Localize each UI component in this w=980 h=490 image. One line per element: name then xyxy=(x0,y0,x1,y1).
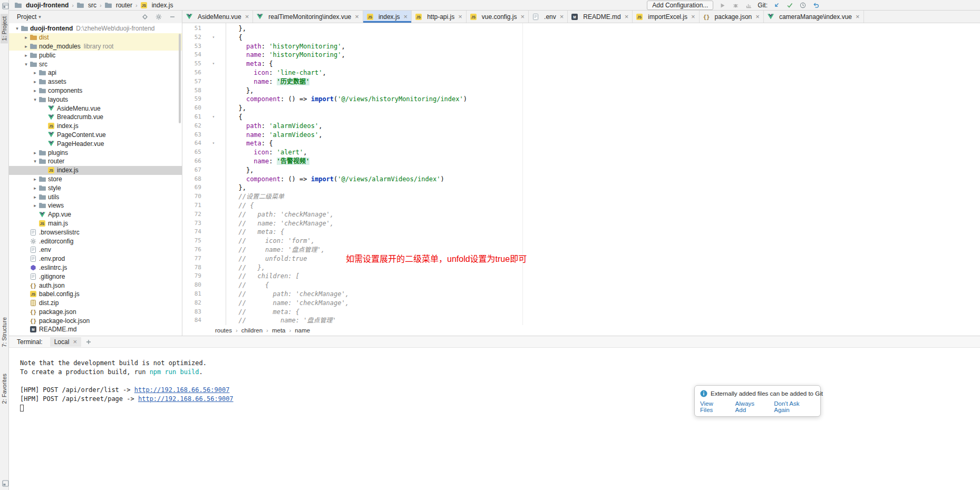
tree-item-duoji-frontend[interactable]: ▾duoji-frontendD:\zheheWeb\duoji-fronten… xyxy=(9,24,182,33)
editor-breadcrumb-children[interactable]: children xyxy=(241,327,263,334)
tree-item-PageHeader.vue[interactable]: PageHeader.vue xyxy=(9,139,182,148)
hide-panel-icon[interactable] xyxy=(168,13,177,21)
editor-tab-.env[interactable]: .env× xyxy=(529,11,568,23)
profiler-icon[interactable] xyxy=(744,1,753,9)
chevron-right-icon[interactable]: ▸ xyxy=(22,53,30,58)
tree-item-babel.config.js[interactable]: JSbabel.config.js xyxy=(9,290,182,299)
tab-close-icon[interactable]: × xyxy=(404,13,408,20)
locate-file-icon[interactable] xyxy=(141,13,149,21)
chevron-right-icon[interactable]: ▸ xyxy=(22,35,30,40)
editor-tab-importExcel.js[interactable]: JSimportExcel.js× xyxy=(633,11,699,23)
tree-item-store[interactable]: ▸store xyxy=(9,175,182,184)
view-files-link[interactable]: View Files xyxy=(700,400,727,413)
tab-close-icon[interactable]: × xyxy=(458,13,462,20)
always-add-link[interactable]: Always Add xyxy=(735,400,766,413)
chevron-right-icon[interactable]: ▸ xyxy=(31,150,39,155)
tree-item-dist[interactable]: ▸dist xyxy=(9,33,182,42)
panel-settings-icon[interactable] xyxy=(154,13,163,21)
editor-tab-vue.config.js[interactable]: JSvue.config.js× xyxy=(467,11,529,23)
tree-item-.env.prod[interactable]: .env.prod xyxy=(9,254,182,263)
add-configuration-button[interactable]: Add Configuration... xyxy=(647,1,713,10)
editor-breadcrumb-meta[interactable]: meta xyxy=(272,327,286,334)
tree-item-.eslintrc.js[interactable]: .eslintrc.js xyxy=(9,263,182,272)
tree-item-index.js[interactable]: JSindex.js xyxy=(9,122,182,131)
chevron-right-icon[interactable]: ▸ xyxy=(31,88,39,93)
git-rollback-icon[interactable] xyxy=(812,1,820,9)
tree-item-public[interactable]: ▸public xyxy=(9,51,182,60)
tree-item-package-lock.json[interactable]: {}package-lock.json xyxy=(9,316,182,325)
chevron-right-icon[interactable]: ▸ xyxy=(22,44,30,49)
tree-item-.env[interactable]: .env xyxy=(9,246,182,254)
fold-marker[interactable]: ▾ xyxy=(201,33,226,42)
chevron-right-icon[interactable]: ▸ xyxy=(31,79,39,84)
tree-item-style[interactable]: ▸style xyxy=(9,183,182,192)
project-tree-scrollbar[interactable] xyxy=(179,34,181,123)
tree-item-auth.json[interactable]: {}auth.json xyxy=(9,281,182,290)
editor-tab-index.js[interactable]: JSindex.js× xyxy=(363,11,412,23)
terminal[interactable]: Note that the development build is not o… xyxy=(9,348,980,490)
stripe-structure-button[interactable]: 7: Structure xyxy=(1,315,8,350)
tree-item-dist.zip[interactable]: dist.zip xyxy=(9,299,182,308)
editor-tab-package.json[interactable]: {}package.json× xyxy=(700,11,764,23)
tree-item-README.md[interactable]: MREADME.md xyxy=(9,325,182,334)
tab-close-icon[interactable]: × xyxy=(755,13,760,20)
tree-item-package.json[interactable]: {}package.json xyxy=(9,308,182,317)
new-terminal-icon[interactable] xyxy=(84,338,93,346)
tab-close-icon[interactable]: × xyxy=(560,13,564,20)
tree-item-api[interactable]: ▸api xyxy=(9,68,182,77)
fold-marker[interactable]: ▾ xyxy=(201,113,226,122)
tree-item-.editorconfig[interactable]: .editorconfig xyxy=(9,237,182,246)
chevron-down-icon[interactable]: ▾ xyxy=(22,62,30,67)
editor-tab-AsideMenu.vue[interactable]: AsideMenu.vue× xyxy=(182,11,253,23)
code-area[interactable]: 51 },52▾ {53 path: 'historyMonitoring',5… xyxy=(182,24,980,325)
tab-close-icon[interactable]: × xyxy=(625,13,629,20)
chevron-right-icon[interactable]: ▸ xyxy=(31,177,39,182)
project-stripe-icon[interactable] xyxy=(1,2,9,10)
terminal-link[interactable]: http://192.168.66.56:9007 xyxy=(138,395,234,403)
tree-item-utils[interactable]: ▸utils xyxy=(9,192,182,201)
tab-close-icon[interactable]: × xyxy=(355,13,359,20)
tree-item-components[interactable]: ▸components xyxy=(9,86,182,95)
chevron-right-icon[interactable]: ▸ xyxy=(31,203,39,208)
tab-close-icon[interactable]: × xyxy=(245,13,249,20)
tree-item-index.js[interactable]: JSindex.js xyxy=(9,166,182,175)
terminal-link[interactable]: http://192.168.66.56:9007 xyxy=(134,386,230,394)
editor-tab-cameraManage\index.vue[interactable]: cameraManage\index.vue× xyxy=(764,11,864,23)
breadcrumb-item-index.js[interactable]: JSindex.js xyxy=(139,2,175,9)
git-update-icon[interactable] xyxy=(772,1,781,9)
tree-item-.browserslistrc[interactable]: .browserslistrc xyxy=(9,228,182,237)
tree-item-views[interactable]: ▸views xyxy=(9,201,182,210)
breadcrumb-item-router[interactable]: router xyxy=(103,2,134,9)
stripe-favorites-button[interactable]: 2: Favorites xyxy=(1,371,8,406)
tree-item-PageContent.vue[interactable]: PageContent.vue xyxy=(9,131,182,140)
tree-item-assets[interactable]: ▸assets xyxy=(9,77,182,86)
editor-tab-realTimeMonitoring\index.vue[interactable]: realTimeMonitoring\index.vue× xyxy=(253,11,363,23)
close-icon[interactable]: × xyxy=(73,338,77,345)
tree-item-src[interactable]: ▾src xyxy=(9,60,182,68)
chevron-right-icon[interactable]: ▸ xyxy=(31,70,39,75)
tree-item-layouts[interactable]: ▾layouts xyxy=(9,95,182,104)
tree-item-node_modules[interactable]: ▸node_moduleslibrary root xyxy=(9,42,182,51)
tab-close-icon[interactable]: × xyxy=(520,13,525,20)
breadcrumb-item-src[interactable]: src xyxy=(75,2,98,9)
fold-marker[interactable]: ▾ xyxy=(201,60,226,68)
project-panel-title[interactable]: Project ▾ xyxy=(17,13,41,21)
tree-item-AsideMenu.vue[interactable]: AsideMenu.vue xyxy=(9,104,182,113)
tree-item-plugins[interactable]: ▸plugins xyxy=(9,148,182,157)
tree-item-router[interactable]: ▾router xyxy=(9,157,182,166)
editor-breadcrumb-routes[interactable]: routes xyxy=(215,327,232,334)
tree-item-main.js[interactable]: JSmain.js xyxy=(9,219,182,228)
debug-icon[interactable] xyxy=(731,1,740,9)
chevron-right-icon[interactable]: ▸ xyxy=(31,185,39,191)
chevron-down-icon[interactable]: ▾ xyxy=(13,26,21,31)
tree-item-.gitignore[interactable]: .gitignore xyxy=(9,272,182,281)
editor-breadcrumb-name[interactable]: name xyxy=(295,327,310,334)
fold-marker[interactable]: ▾ xyxy=(201,139,226,148)
don-t-ask-again-link[interactable]: Don't Ask Again xyxy=(774,400,815,413)
tree-item-Breadcrumb.vue[interactable]: Breadcrumb.vue xyxy=(9,113,182,122)
toolwindow-switcher-icon[interactable] xyxy=(1,479,9,487)
chevron-right-icon[interactable]: ▸ xyxy=(31,194,39,200)
editor-tab-http-api.js[interactable]: JShttp-api.js× xyxy=(412,11,467,23)
chevron-down-icon[interactable]: ▾ xyxy=(31,159,39,164)
git-history-icon[interactable] xyxy=(799,1,807,9)
